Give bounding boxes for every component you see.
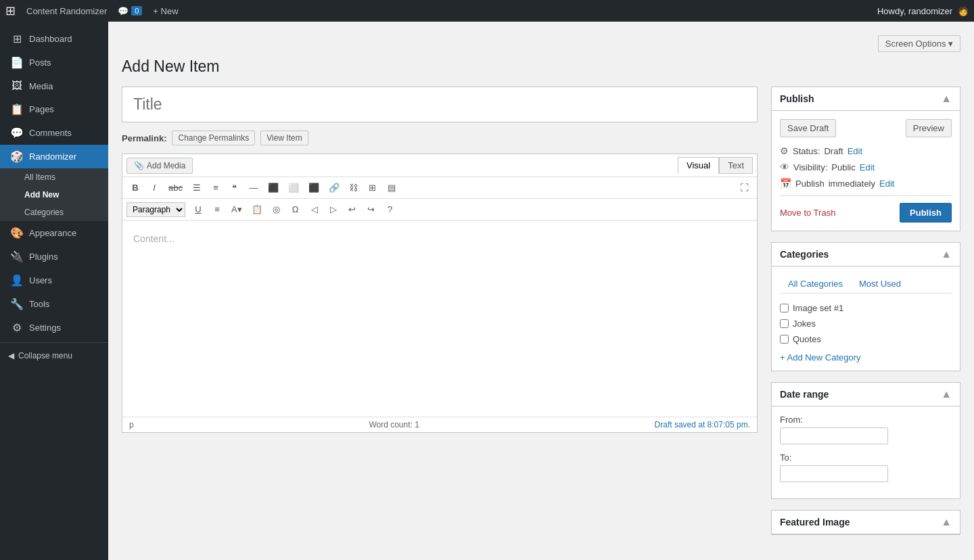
screen-options-button[interactable]: Screen Options ▾ [878,35,960,52]
tab-all-categories[interactable]: All Categories [780,275,851,293]
toolbar-row1: B I abc ☰ ≡ ❝ — ⬛ ⬜ ⬛ 🔗 ⛓ ⊞ ▤ ⛶ [122,177,757,199]
view-item-button[interactable]: View Item [260,131,308,145]
sidebar-item-comments[interactable]: 💬 Comments [0,121,108,145]
randomizer-icon: 🎲 [10,150,24,163]
tab-text[interactable]: Text [719,157,753,174]
visibility-edit-link[interactable]: Edit [860,162,875,172]
status-label: Status: [793,146,820,156]
to-date-input[interactable] [780,465,888,482]
from-date-input[interactable] [780,427,888,444]
change-permalinks-button[interactable]: Change Permalinks [172,131,255,145]
unordered-list-button[interactable]: ☰ [188,180,206,195]
post-body: Permalink: Change Permalinks View Item 📎… [122,87,960,546]
permalink-label: Permalink: [122,133,166,143]
indent-button[interactable]: ▷ [325,202,342,217]
date-range-panel-header[interactable]: Date range ▲ [772,383,960,406]
admin-sidebar: ⊞ Dashboard 📄 Posts 🖼 Media 📋 Pages 💬 Co… [0,22,108,560]
sidebar-item-media[interactable]: 🖼 Media [0,74,108,97]
sidebar-item-label: Comments [29,128,72,138]
content-area[interactable]: Content... [122,220,757,417]
italic-button[interactable]: I [145,180,163,195]
category-checkbox-jokes[interactable] [780,319,789,328]
publish-button[interactable]: Publish [900,203,952,223]
category-checkbox-quotes[interactable] [780,335,789,344]
paste-text-button[interactable]: 📋 [248,202,266,217]
fullscreen-button[interactable]: ⛶ [735,180,753,195]
publish-footer: Move to Trash Publish [780,195,952,223]
collapse-menu-button[interactable]: ◀ Collapse menu [0,346,108,366]
sidebar-item-plugins[interactable]: 🔌 Plugins [0,245,108,269]
add-new-category-link[interactable]: + Add New Category [780,352,952,363]
outdent-button[interactable]: ◁ [306,202,323,217]
path-indicator: p [129,420,134,429]
align-right-button[interactable]: ⬛ [304,180,323,195]
from-field-group: From: [780,415,952,444]
categories-panel-header[interactable]: Categories ▲ [772,243,960,266]
sidebar-item-settings[interactable]: ⚙ Settings [0,316,108,340]
featured-image-panel-header[interactable]: Featured Image ▲ [772,511,960,534]
special-char-button[interactable]: Ω [287,202,304,217]
undo-button[interactable]: ↩ [344,202,361,217]
toolbar-toggle-button[interactable]: ▤ [383,180,400,195]
add-media-icon: 📎 [134,161,144,170]
sidebar-item-randomizer[interactable]: 🎲 Randomizer [0,145,108,168]
save-draft-button[interactable]: Save Draft [780,119,836,137]
read-more-button[interactable]: ⊞ [364,180,381,195]
publish-time-edit-link[interactable]: Edit [879,179,894,189]
submenu-add-new[interactable]: Add New [0,186,108,204]
preview-button[interactable]: Preview [906,119,952,137]
sidebar-item-dashboard[interactable]: ⊞ Dashboard [0,27,108,51]
submenu-all-items[interactable]: All Items [0,168,108,186]
list-item: Image set #1 [780,300,952,316]
insert-link-button[interactable]: 🔗 [325,180,344,195]
wp-logo-icon[interactable]: ⊞ [5,3,16,18]
adminbar-user-avatar[interactable]: 🧑 [958,6,969,16]
align-center-button[interactable]: ⬜ [284,180,303,195]
clear-formatting-button[interactable]: ◎ [268,202,285,217]
text-color-button[interactable]: A▾ [227,202,246,217]
underline-button[interactable]: U [189,202,207,217]
submenu-categories[interactable]: Categories [0,204,108,221]
sidebar-item-posts[interactable]: 📄 Posts [0,51,108,74]
from-label: From: [780,415,952,425]
status-edit-link[interactable]: Edit [848,146,862,156]
justify-button[interactable]: ≡ [208,202,226,217]
main-content: Screen Options ▾ Add New Item Permalink:… [108,22,974,560]
unlink-button[interactable]: ⛓ [345,180,363,195]
ordered-list-button[interactable]: ≡ [207,180,225,195]
format-select[interactable]: Paragraph [126,202,185,217]
strikethrough-button[interactable]: abc [164,180,187,195]
adminbar-site-name[interactable]: Content Randomizer [26,6,107,16]
admin-bar: ⊞ Content Randomizer 💬 0 + New Howdy, ra… [0,0,974,22]
sidebar-item-appearance[interactable]: 🎨 Appearance [0,221,108,245]
category-tabs: All Categories Most Used [780,275,952,294]
bold-button[interactable]: B [126,180,144,195]
publish-panel: Publish ▲ Save Draft Preview ⚙ Status: D… [771,87,960,231]
horizontal-rule-button[interactable]: — [245,180,262,195]
title-input[interactable] [122,87,757,122]
adminbar-new[interactable]: + New [153,6,178,16]
sidebar-item-label: Plugins [29,252,58,262]
categories-panel-title: Categories [780,249,829,260]
sidebar-item-users[interactable]: 👤 Users [0,269,108,292]
add-media-button[interactable]: 📎 Add Media [126,158,193,174]
move-to-trash-link[interactable]: Move to Trash [780,208,835,218]
visibility-value: Public [831,162,855,172]
sidebar-item-label: Pages [29,104,54,114]
to-label: To: [780,452,952,463]
date-range-panel-body: From: To: [772,406,960,498]
adminbar-comments[interactable]: 💬 0 [118,6,142,16]
redo-button[interactable]: ↪ [363,202,380,217]
tab-most-used[interactable]: Most Used [851,275,909,293]
calendar-icon: 📅 [780,178,791,189]
sidebar-item-pages[interactable]: 📋 Pages [0,97,108,121]
category-checkbox-image-set[interactable] [780,304,789,312]
list-item: Quotes [780,331,952,347]
tab-visual[interactable]: Visual [678,157,719,174]
help-button[interactable]: ? [381,202,399,217]
editor-column: Permalink: Change Permalinks View Item 📎… [122,87,758,433]
sidebar-item-tools[interactable]: 🔧 Tools [0,292,108,316]
publish-panel-header[interactable]: Publish ▲ [772,87,960,111]
blockquote-button[interactable]: ❝ [226,180,244,195]
align-left-button[interactable]: ⬛ [264,180,283,195]
